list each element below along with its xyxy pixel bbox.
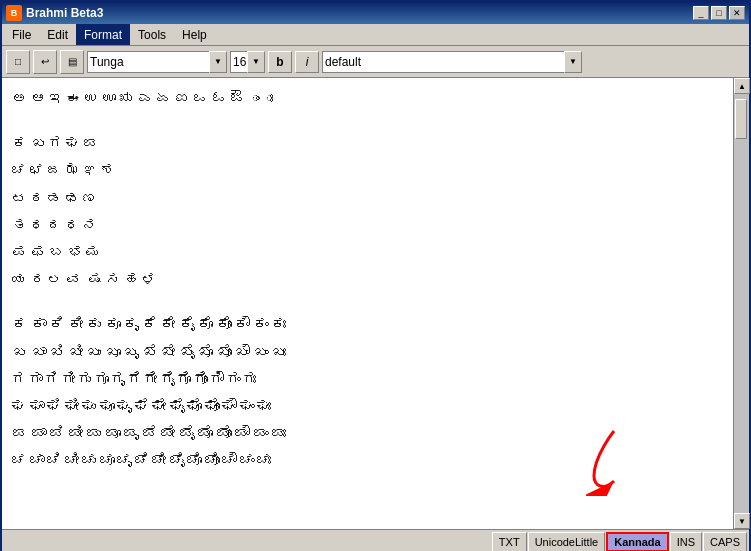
menu-tools[interactable]: Tools <box>130 24 174 45</box>
minimize-button[interactable]: _ <box>693 6 709 20</box>
save-icon: ▤ <box>68 56 77 67</box>
text-line: ಚ ಛ ಜ ಝ ಞ ಶ <box>12 158 723 183</box>
text-line <box>12 294 723 310</box>
menu-format[interactable]: Format <box>76 24 130 45</box>
bold-label: b <box>276 55 283 69</box>
save-button[interactable]: ▤ <box>60 50 84 74</box>
menu-help[interactable]: Help <box>174 24 215 45</box>
text-line: ಕ ಕಾ ಕಿ ಕೀ ಕು ಕೂ ಕೃ ಕೆ ಕೇ ಕೈ ಕೊ ಕೋ ಕೌ ಕಂ… <box>12 312 723 337</box>
app-icon: B <box>6 5 22 21</box>
status-txt[interactable]: TXT <box>492 532 527 552</box>
text-line: ಪ ಫ ಬ ಭ ಮ <box>12 240 723 265</box>
menu-file[interactable]: File <box>4 24 39 45</box>
title-buttons: _ □ ✕ <box>693 6 745 20</box>
status-unicodeLittle[interactable]: UnicodeLittle <box>528 532 606 552</box>
open-icon: ↩ <box>41 56 49 67</box>
size-select-wrapper: 16 8 10 12 14 18 24 ▼ <box>230 51 265 73</box>
bold-button[interactable]: b <box>268 51 292 73</box>
text-line: ಙ ಙಾ ಙಿ ಙೀ ಙು ಙೂ ಙೃ ಙೆ ಙೇ ಙೈ ಙೊ ಙೋ ಙೌ ಙಂ… <box>12 421 723 446</box>
title-bar: B Brahmi Beta3 _ □ ✕ <box>2 2 749 24</box>
scrollbar: ▲ ▼ <box>733 78 749 529</box>
status-ins[interactable]: INS <box>670 532 702 552</box>
style-select-wrapper: default Heading 1 Heading 2 Body Text ▼ <box>322 51 582 73</box>
size-select[interactable]: 16 8 10 12 14 18 24 <box>230 51 265 73</box>
italic-label: i <box>306 55 309 69</box>
text-line: ಖ ಖಾ ಖಿ ಖೀ ಖು ಖೂ ಖೃ ಖೆ ಖೇ ಖೈ ಖೊ ಖೋ ಖೌ ಖಂ… <box>12 340 723 365</box>
text-line: ತ ಥ ದ ಧ ನ <box>12 213 723 238</box>
scroll-up-button[interactable]: ▲ <box>734 78 750 94</box>
font-select[interactable]: Tunga Arial Times New Roman <box>87 51 227 73</box>
font-select-wrapper: Tunga Arial Times New Roman ▼ <box>87 51 227 73</box>
main-area: ಅ ಆ ಇ ಈ ಉ ಊ ಋ ಎ ಏ ಐ ಒ ಓ ಔ ಂ ಃ ಕ ಖ ಗ ಘ ಙ … <box>2 78 749 529</box>
status-bar: TXT UnicodeLittle Kannada INS CAPS <box>2 529 749 551</box>
text-line <box>12 113 723 129</box>
status-kannada[interactable]: Kannada <box>606 532 668 552</box>
title-bar-left: B Brahmi Beta3 <box>6 5 103 21</box>
close-button[interactable]: ✕ <box>729 6 745 20</box>
toolbar: □ ↩ ▤ Tunga Arial Times New Roman ▼ 16 8… <box>2 46 749 78</box>
open-button[interactable]: ↩ <box>33 50 57 74</box>
maximize-button[interactable]: □ <box>711 6 727 20</box>
italic-button[interactable]: i <box>295 51 319 73</box>
scroll-down-button[interactable]: ▼ <box>734 513 750 529</box>
text-line: ಚ ಚಾ ಚಿ ಚೀ ಚು ಚೂ ಚೃ ಚೆ ಚೇ ಚೈ ಚೊ ಚೋ ಚೌ ಚಂ… <box>12 448 723 473</box>
text-line: ಅ ಆ ಇ ಈ ಉ ಊ ಋ ಎ ಏ ಐ ಒ ಓ ಔ ಂ ಃ <box>12 86 723 111</box>
scroll-track <box>734 94 749 513</box>
text-line: ಟ ಠ ಡ ಢ ಣ <box>12 186 723 211</box>
new-button[interactable]: □ <box>6 50 30 74</box>
window: B Brahmi Beta3 _ □ ✕ File Edit Format To… <box>0 0 751 551</box>
text-line: ಗ ಗಾ ಗಿ ಗೀ ಗು ಗೂ ಗೃ ಗೆ ಗೇ ಗೈ ಗೊ ಗೋ ಗೌ ಗಂ… <box>12 367 723 392</box>
status-caps[interactable]: CAPS <box>703 532 747 552</box>
text-line: ಘ ಘಾ ಘಿ ಘೀ ಘು ಘೂ ಘೃ ಘೆ ಘೇ ಘೈ ಘೊ ಘೋ ಘೌ ಘಂ… <box>12 394 723 419</box>
menu-edit[interactable]: Edit <box>39 24 76 45</box>
menu-bar: File Edit Format Tools Help <box>2 24 749 46</box>
new-icon: □ <box>15 56 21 67</box>
text-line: ಯ ರ ಲ ವ ಷ ಸ ಹ ಳ <box>12 267 723 292</box>
text-area[interactable]: ಅ ಆ ಇ ಈ ಉ ಊ ಋ ಎ ಏ ಐ ಒ ಓ ಔ ಂ ಃ ಕ ಖ ಗ ಘ ಙ … <box>2 78 733 529</box>
window-title: Brahmi Beta3 <box>26 6 103 20</box>
text-line: ಕ ಖ ಗ ಘ ಙ <box>12 131 723 156</box>
scroll-thumb[interactable] <box>735 99 747 139</box>
style-select[interactable]: default Heading 1 Heading 2 Body Text <box>322 51 582 73</box>
